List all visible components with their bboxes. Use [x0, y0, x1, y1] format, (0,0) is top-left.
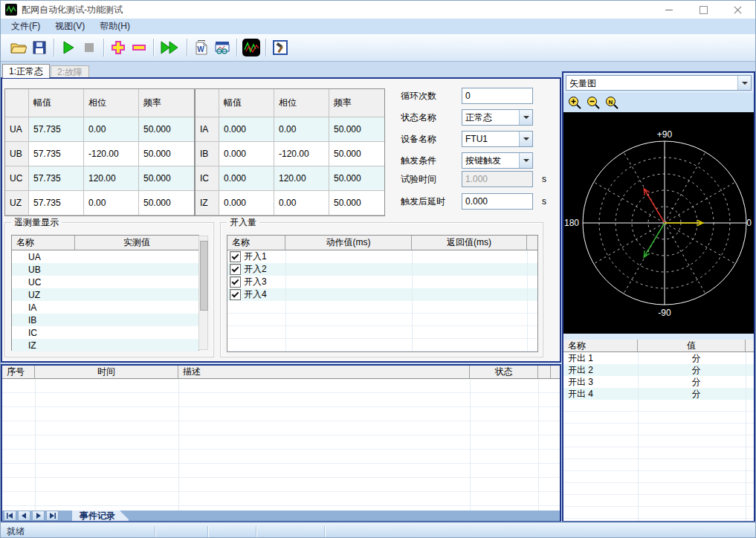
axis-label-left: 180: [564, 218, 579, 228]
trigger-condition-combo[interactable]: 按键触发: [462, 152, 533, 169]
axis-label-bottom: -90: [658, 308, 671, 318]
tab-fault-state[interactable]: 2:故障: [51, 65, 89, 78]
prev-page-button[interactable]: [18, 511, 30, 521]
loop-count-label: 循环次数: [401, 88, 436, 104]
play-icon: [62, 41, 75, 54]
combo-drop-button[interactable]: [519, 153, 532, 168]
trigger-delay-input[interactable]: [462, 193, 533, 210]
state-name-label: 状态名称: [401, 109, 436, 126]
cell[interactable]: 50.000: [139, 117, 194, 142]
maximize-button[interactable]: [692, 1, 714, 19]
waveform-view-button[interactable]: [241, 37, 262, 58]
open-folder-icon: [10, 41, 27, 54]
hammer-icon: [273, 40, 288, 55]
output-row: 开出 3 分: [563, 376, 754, 388]
telemetry-row: IB: [12, 314, 198, 326]
scrollbar-thumb[interactable]: [200, 241, 208, 311]
cell[interactable]: 57.735: [29, 117, 84, 142]
zoom-reset-button[interactable]: N: [605, 96, 619, 110]
zoom-out-button[interactable]: [587, 96, 601, 110]
cell[interactable]: 0.000: [219, 191, 274, 215]
window-title: 配网自动化测试-功能测试: [22, 1, 123, 19]
remove-button[interactable]: [129, 37, 149, 58]
checkbox-checked[interactable]: [230, 276, 241, 288]
next-page-button[interactable]: [32, 511, 45, 521]
plus-icon: [110, 39, 126, 56]
title-bar: 配网自动化测试-功能测试: [1, 1, 755, 19]
close-button[interactable]: [726, 1, 749, 19]
chevron-down-icon: [523, 137, 529, 140]
telemetry-group: 遥测量显示 名称 实测值 UA UB UC UZ IA IB IC IZ: [4, 222, 214, 357]
cell[interactable]: 50.000: [139, 166, 194, 191]
zoom-reset-icon: N: [605, 96, 619, 110]
combo-drop-button[interactable]: [519, 132, 532, 146]
save-button[interactable]: [29, 37, 50, 58]
zoom-in-button[interactable]: [568, 96, 582, 110]
cell[interactable]: -120.00: [274, 142, 329, 166]
menu-file[interactable]: 文件(F): [4, 19, 48, 34]
digital-input-row: 开入1: [227, 250, 537, 263]
fast-run-button[interactable]: [158, 37, 183, 58]
close-icon: [734, 6, 742, 14]
cell[interactable]: 0.00: [84, 191, 139, 215]
device-name-combo[interactable]: FTU1: [462, 131, 533, 147]
word-report-button[interactable]: W: [191, 37, 212, 58]
start-test-button[interactable]: [58, 37, 79, 58]
telemetry-scrollbar[interactable]: [198, 236, 208, 350]
cell[interactable]: 120.00: [84, 166, 139, 191]
cell[interactable]: -120.00: [84, 142, 139, 166]
tab-normal-state[interactable]: 1:正常态: [2, 64, 50, 78]
combo-drop-button[interactable]: [737, 76, 751, 90]
last-page-button[interactable]: [46, 511, 59, 521]
output-table: 名称 值 开出 1 分 开出 2 分 开出 3 分 开出 4: [563, 340, 754, 521]
cell[interactable]: 50.000: [329, 166, 384, 191]
add-button[interactable]: [108, 37, 129, 58]
checkbox-checked[interactable]: [230, 251, 241, 262]
view-selector-combo[interactable]: 矢量图: [566, 75, 752, 91]
chevron-down-icon: [742, 82, 748, 85]
cell[interactable]: 0.00: [274, 117, 329, 142]
telemetry-row: UZ: [12, 288, 198, 301]
save-floppy-icon: [33, 41, 46, 54]
combo-drop-button[interactable]: [519, 110, 532, 125]
report-preview-button[interactable]: [212, 37, 233, 58]
cell[interactable]: 57.735: [29, 166, 84, 191]
trigger-delay-label: 触发后延时: [401, 193, 445, 210]
app-icon: [5, 4, 17, 16]
cell[interactable]: 50.000: [139, 142, 194, 166]
cell[interactable]: 120.00: [274, 166, 329, 191]
cell[interactable]: 0.000: [219, 117, 274, 142]
cell[interactable]: 0.000: [219, 166, 274, 191]
menu-help[interactable]: 帮助(H): [92, 19, 138, 34]
stop-test-button[interactable]: [79, 37, 100, 58]
event-log-tab[interactable]: 事件记录: [72, 511, 129, 521]
current-table: 幅值 相位 频率 IA 0.000 0.00 50.000 IB 0.000 -…: [195, 88, 385, 216]
cell[interactable]: 50.000: [329, 191, 384, 215]
cell[interactable]: 57.735: [29, 142, 84, 166]
tool-settings-button[interactable]: [270, 37, 291, 58]
last-icon: [49, 513, 56, 519]
telemetry-table: 名称 实测值 UA UB UC UZ IA IB IC IZ: [11, 235, 199, 351]
cell[interactable]: 50.000: [139, 191, 194, 215]
cell[interactable]: 0.00: [84, 117, 139, 142]
first-page-button[interactable]: [4, 511, 16, 521]
word-document-icon: W: [195, 40, 208, 55]
cell[interactable]: 0.00: [274, 191, 329, 215]
checkbox-checked[interactable]: [230, 289, 241, 300]
cell[interactable]: 50.000: [329, 117, 384, 142]
chevron-down-icon: [523, 116, 529, 119]
open-file-button[interactable]: [8, 37, 29, 58]
menu-bar: 文件(F) 视图(V) 帮助(H): [1, 19, 755, 34]
cell[interactable]: 57.735: [29, 191, 84, 215]
loop-count-input[interactable]: [462, 88, 533, 104]
output-row: 开出 4 分: [563, 388, 754, 400]
menu-view[interactable]: 视图(V): [48, 19, 92, 34]
chevron-down-icon: [523, 159, 529, 162]
output-row: 开出 1 分: [563, 352, 754, 364]
cell[interactable]: 0.000: [219, 142, 274, 166]
checkbox-checked[interactable]: [230, 264, 241, 275]
event-panel: 序号 时间 描述 状态 事件记录: [1, 364, 561, 522]
minimize-button[interactable]: [658, 1, 680, 19]
state-name-combo[interactable]: 正常态: [462, 109, 533, 126]
cell[interactable]: 50.000: [329, 142, 384, 166]
